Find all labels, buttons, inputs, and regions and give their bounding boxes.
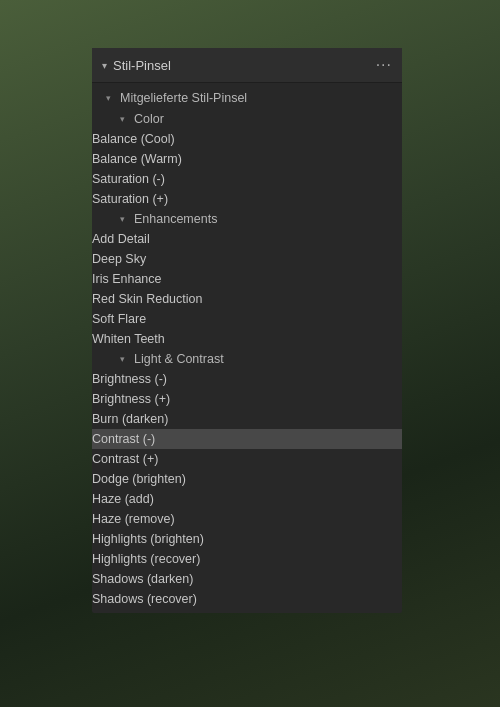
panel-title: Stil-Pinsel	[113, 58, 171, 73]
item-balance-cool-label: Balance (Cool)	[92, 132, 175, 146]
item-contrast-plus[interactable]: Contrast (+)	[92, 449, 402, 469]
panel-header-left: ▾ Stil-Pinsel	[102, 58, 171, 73]
item-balance-warm[interactable]: Balance (Warm)	[92, 149, 402, 169]
item-highlights-brighten-label: Highlights (brighten)	[92, 532, 204, 546]
item-saturation-plus[interactable]: Saturation (+)	[92, 189, 402, 209]
style-brush-panel: ▾ Stil-Pinsel ··· ▾ Mitgelieferte Stil-P…	[92, 48, 402, 613]
subsection-color-label: Color	[134, 112, 164, 126]
item-deep-sky[interactable]: Deep Sky	[92, 249, 402, 269]
item-burn-darken[interactable]: Burn (darken)	[92, 409, 402, 429]
item-shadows-darken[interactable]: Shadows (darken)	[92, 569, 402, 589]
subsection-enhancements[interactable]: ▾ Enhancements	[92, 209, 402, 229]
item-contrast-minus[interactable]: Contrast (-)	[92, 429, 402, 449]
item-shadows-recover-label: Shadows (recover)	[92, 592, 197, 606]
item-brightness-plus[interactable]: Brightness (+)	[92, 389, 402, 409]
panel-menu-icon[interactable]: ···	[376, 56, 392, 74]
subsection-enhancements-label: Enhancements	[134, 212, 217, 226]
section-mitgelieferte-chevron: ▾	[106, 93, 120, 103]
item-highlights-recover-label: Highlights (recover)	[92, 552, 200, 566]
item-iris-enhance-label: Iris Enhance	[92, 272, 161, 286]
item-brightness-minus-label: Brightness (-)	[92, 372, 167, 386]
item-soft-flare-label: Soft Flare	[92, 312, 146, 326]
section-mitgelieferte[interactable]: ▾ Mitgelieferte Stil-Pinsel	[92, 87, 402, 109]
section-mitgelieferte-label: Mitgelieferte Stil-Pinsel	[120, 91, 247, 105]
item-dodge-brighten-label: Dodge (brighten)	[92, 472, 186, 486]
subsection-color[interactable]: ▾ Color	[92, 109, 402, 129]
item-add-detail-label: Add Detail	[92, 232, 150, 246]
item-brightness-minus[interactable]: Brightness (-)	[92, 369, 402, 389]
tree-container: ▾ Mitgelieferte Stil-Pinsel ▾ Color Bala…	[92, 83, 402, 613]
item-whiten-teeth[interactable]: Whiten Teeth	[92, 329, 402, 349]
subsection-enhancements-chevron: ▾	[120, 214, 134, 224]
item-highlights-recover[interactable]: Highlights (recover)	[92, 549, 402, 569]
item-dodge-brighten[interactable]: Dodge (brighten)	[92, 469, 402, 489]
panel-collapse-icon[interactable]: ▾	[102, 60, 107, 71]
item-whiten-teeth-label: Whiten Teeth	[92, 332, 165, 346]
item-haze-remove[interactable]: Haze (remove)	[92, 509, 402, 529]
panel-header: ▾ Stil-Pinsel ···	[92, 48, 402, 83]
item-soft-flare[interactable]: Soft Flare	[92, 309, 402, 329]
item-contrast-plus-label: Contrast (+)	[92, 452, 158, 466]
item-highlights-brighten[interactable]: Highlights (brighten)	[92, 529, 402, 549]
item-burn-darken-label: Burn (darken)	[92, 412, 168, 426]
item-saturation-minus-label: Saturation (-)	[92, 172, 165, 186]
subsection-light-contrast[interactable]: ▾ Light & Contrast	[92, 349, 402, 369]
subsection-light-contrast-chevron: ▾	[120, 354, 134, 364]
item-shadows-recover[interactable]: Shadows (recover)	[92, 589, 402, 609]
item-balance-warm-label: Balance (Warm)	[92, 152, 182, 166]
item-deep-sky-label: Deep Sky	[92, 252, 146, 266]
item-iris-enhance[interactable]: Iris Enhance	[92, 269, 402, 289]
item-balance-cool[interactable]: Balance (Cool)	[92, 129, 402, 149]
item-haze-add-label: Haze (add)	[92, 492, 154, 506]
item-haze-remove-label: Haze (remove)	[92, 512, 175, 526]
subsection-light-contrast-label: Light & Contrast	[134, 352, 224, 366]
item-brightness-plus-label: Brightness (+)	[92, 392, 170, 406]
item-haze-add[interactable]: Haze (add)	[92, 489, 402, 509]
item-saturation-plus-label: Saturation (+)	[92, 192, 168, 206]
item-saturation-minus[interactable]: Saturation (-)	[92, 169, 402, 189]
item-contrast-minus-label: Contrast (-)	[92, 432, 155, 446]
item-shadows-darken-label: Shadows (darken)	[92, 572, 193, 586]
item-add-detail[interactable]: Add Detail	[92, 229, 402, 249]
item-red-skin-reduction-label: Red Skin Reduction	[92, 292, 202, 306]
item-red-skin-reduction[interactable]: Red Skin Reduction	[92, 289, 402, 309]
subsection-color-chevron: ▾	[120, 114, 134, 124]
